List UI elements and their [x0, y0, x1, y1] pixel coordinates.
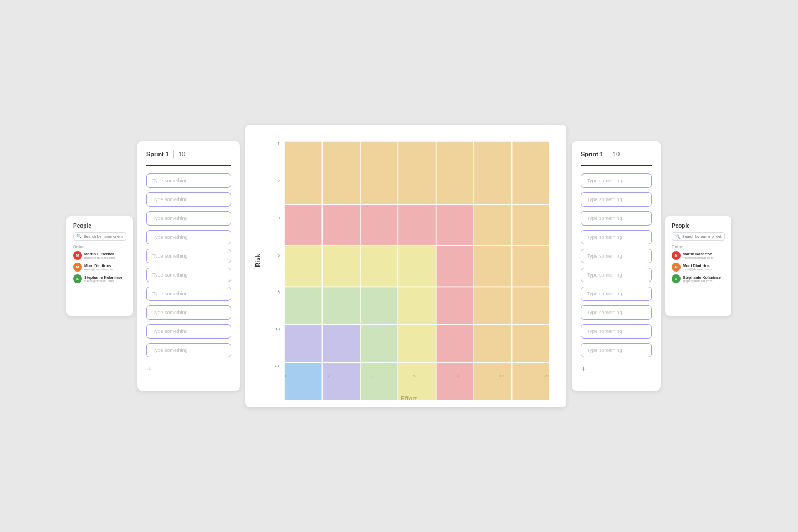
list-item: M Moni Dimitrios moni@domain.com	[73, 263, 126, 272]
list-item: M Moni Dimitrios moni@domain.com	[672, 263, 725, 272]
avatar: M	[73, 263, 82, 272]
left-people-search-box[interactable]: 🔍	[73, 232, 126, 241]
task-input[interactable]	[581, 230, 652, 244]
svg-rect-7	[398, 287, 436, 324]
person-info: Moni Dimitrios moni@domain.com	[683, 264, 712, 271]
right-search-input[interactable]	[682, 234, 722, 238]
task-input[interactable]	[581, 343, 652, 357]
left-sprint-panel: Sprint 1 10 +	[137, 141, 240, 391]
left-sprint-line	[146, 165, 231, 166]
right-people-panel: People 🔍 Online M Martin Raserton martin…	[665, 216, 732, 316]
task-input[interactable]	[146, 287, 231, 301]
person-name: Martin Raserton	[683, 252, 713, 256]
left-add-button[interactable]: +	[146, 364, 151, 374]
y-tick: 5	[268, 253, 282, 258]
right-sprint-divider	[608, 150, 608, 158]
task-input[interactable]	[581, 324, 652, 339]
right-sprint-line	[581, 165, 652, 166]
left-sprint-header: Sprint 1 10	[146, 150, 231, 158]
svg-rect-5	[360, 362, 398, 400]
person-info: Stephanie Kolaninse steph@domain.com	[683, 275, 721, 283]
avatar: S	[672, 274, 681, 283]
person-info: Stephanie Kolaninse steph@domain.com	[84, 275, 122, 283]
left-people-list: M Martin Eusernor martin@domain.com M Mo…	[73, 251, 126, 283]
right-people-list: M Martin Raserton martin@domain.com M Mo…	[672, 251, 725, 283]
left-tasks-list	[146, 173, 231, 362]
task-input[interactable]	[581, 268, 652, 282]
task-input[interactable]	[146, 249, 231, 263]
y-axis-label: Risk	[254, 254, 261, 267]
right-sprint-title: Sprint 1	[581, 151, 603, 157]
person-email: moni@domain.com	[683, 268, 712, 271]
task-input[interactable]	[581, 192, 652, 207]
svg-rect-8	[398, 325, 436, 362]
chart-wrapper: Risk Effort 211385321 123581321	[268, 136, 550, 385]
task-input[interactable]	[581, 173, 652, 188]
right-sprint-panel: Sprint 1 10 +	[572, 141, 661, 391]
task-input[interactable]	[146, 305, 231, 320]
svg-rect-0	[284, 362, 322, 400]
person-name: Stephanie Kolaninse	[683, 275, 721, 279]
person-email: martin@domain.com	[84, 256, 115, 259]
task-input[interactable]	[146, 230, 231, 244]
svg-rect-4	[360, 325, 398, 362]
task-input[interactable]	[146, 324, 231, 339]
y-tick: 21	[268, 364, 282, 369]
y-axis-ticks: 211385321	[268, 141, 282, 369]
list-item: S Stephanie Kolaninse steph@domain.com	[73, 274, 126, 283]
task-input[interactable]	[146, 268, 231, 282]
right-online-label: Online	[672, 245, 725, 249]
task-input[interactable]	[581, 305, 652, 320]
right-add-button[interactable]: +	[581, 364, 586, 374]
task-input[interactable]	[581, 287, 652, 301]
list-item: S Stephanie Kolaninse steph@domain.com	[672, 274, 725, 283]
svg-rect-9	[398, 362, 436, 400]
task-input[interactable]	[581, 249, 652, 263]
svg-rect-3	[284, 287, 398, 324]
left-people-panel: People 🔍 Online M Martin Eusernor martin…	[66, 216, 133, 316]
svg-rect-14	[436, 362, 474, 400]
left-sprint-title: Sprint 1	[146, 151, 169, 157]
person-email: moni@domain.com	[84, 268, 113, 271]
task-input[interactable]	[146, 173, 231, 188]
avatar: S	[73, 274, 82, 283]
task-input[interactable]	[146, 343, 231, 357]
svg-rect-10	[284, 204, 474, 245]
task-input[interactable]	[581, 211, 652, 226]
y-tick: 1	[268, 141, 282, 146]
avatar: M	[672, 263, 681, 272]
svg-rect-2	[322, 362, 360, 400]
left-online-label: Online	[73, 245, 126, 249]
y-tick: 13	[268, 326, 282, 331]
left-search-icon: 🔍	[76, 234, 82, 239]
svg-rect-15	[284, 141, 550, 204]
svg-rect-12	[436, 287, 474, 324]
left-sprint-divider	[173, 150, 174, 158]
task-input[interactable]	[146, 211, 231, 226]
chart-svg	[284, 141, 550, 401]
right-people-search-box[interactable]: 🔍	[672, 232, 725, 241]
avatar: M	[73, 251, 82, 260]
person-info: Moni Dimitrios moni@domain.com	[84, 264, 113, 271]
list-item: M Martin Eusernor martin@domain.com	[73, 251, 126, 260]
right-people-title: People	[672, 223, 725, 229]
person-name: Moni Dimitrios	[683, 264, 712, 268]
person-info: Martin Eusernor martin@domain.com	[84, 252, 115, 259]
right-sprint-count: 10	[613, 151, 620, 157]
right-search-icon: 🔍	[675, 234, 681, 239]
y-tick: 2	[268, 178, 282, 183]
y-tick: 8	[268, 289, 282, 294]
svg-rect-11	[436, 245, 474, 287]
task-input[interactable]	[146, 192, 231, 207]
person-email: steph@domain.com	[683, 279, 721, 283]
person-name: Martin Eusernor	[84, 252, 115, 256]
y-tick: 3	[268, 216, 282, 221]
person-name: Moni Dimitrios	[84, 264, 113, 268]
person-name: Stephanie Kolaninse	[84, 275, 122, 279]
risk-effort-chart: Risk Effort 211385321 123581321	[245, 125, 566, 407]
person-email: martin@domain.com	[683, 256, 713, 259]
avatar: M	[672, 251, 681, 260]
list-item: M Martin Raserton martin@domain.com	[672, 251, 725, 260]
left-search-input[interactable]	[84, 234, 123, 238]
right-tasks-list	[581, 173, 652, 362]
